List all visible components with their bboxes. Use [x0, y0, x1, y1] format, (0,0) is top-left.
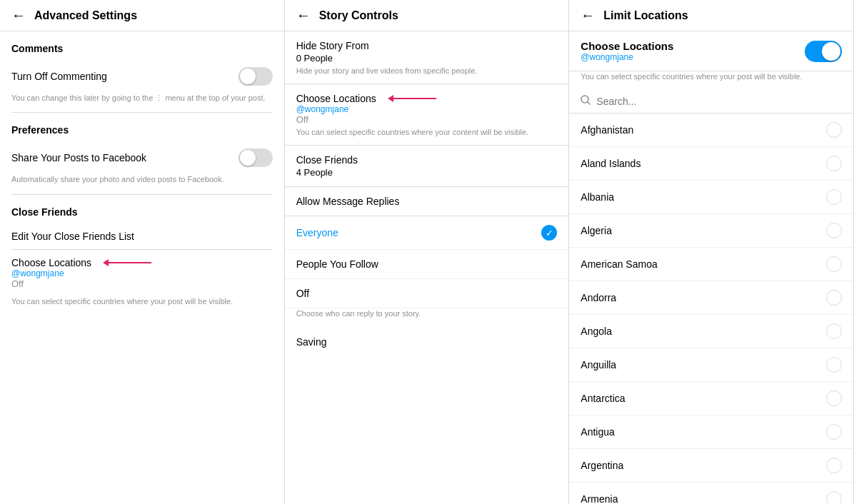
country-name: Afghanistan — [581, 124, 633, 136]
reply-option-follow[interactable]: People You Follow — [285, 250, 569, 279]
country-name: Aland Islands — [581, 158, 640, 169]
search-input[interactable] — [596, 96, 842, 107]
reply-option-everyone[interactable]: Everyone ✓ — [285, 216, 569, 250]
choose-locations-title-p2: Choose Locations — [296, 93, 558, 104]
limit-locations-desc: You can select specific countries where … — [569, 71, 853, 89]
edit-close-friends-label: Edit Your Close Friends List — [11, 231, 134, 242]
advanced-settings-title: Advanced Settings — [34, 9, 137, 22]
country-name: Argentina — [581, 460, 623, 471]
close-friends-title-p2: Close Friends — [296, 154, 558, 166]
choose-locations-subtitle-p2: @wongmjane — [296, 104, 558, 114]
edit-close-friends-row[interactable]: Edit Your Close Friends List — [0, 223, 284, 249]
country-name: Angola — [581, 326, 612, 337]
country-radio[interactable] — [826, 424, 842, 440]
hide-story-title: Hide Story From — [296, 40, 558, 51]
search-icon — [581, 95, 591, 107]
country-row[interactable]: Albania — [569, 181, 853, 214]
country-name: Andorra — [581, 292, 616, 303]
limit-locations-panel: ← Limit Locations Choose Locations @wong… — [569, 0, 854, 504]
close-friends-section-header: Close Friends — [0, 195, 284, 223]
country-radio[interactable] — [826, 390, 842, 406]
country-radio[interactable] — [826, 458, 842, 473]
hide-story-desc: Hide your story and live videos from spe… — [296, 66, 558, 75]
choose-locations-desc-p2: You can select specific countries where … — [296, 128, 558, 136]
country-row[interactable]: Anguilla — [569, 348, 853, 382]
country-row[interactable]: Angola — [569, 315, 853, 348]
preferences-description: Automatically share your photo and video… — [0, 174, 284, 193]
story-controls-panel: ← Story Controls Hide Story From 0 Peopl… — [285, 0, 570, 504]
reply-option-everyone-label: Everyone — [296, 227, 338, 238]
reply-option-off[interactable]: Off — [285, 279, 569, 308]
share-facebook-toggle[interactable] — [238, 148, 273, 167]
country-radio[interactable] — [826, 189, 842, 205]
limit-locations-header: ← Limit Locations — [569, 0, 853, 31]
country-name: Armenia — [581, 493, 618, 504]
country-row[interactable]: Argentina — [569, 449, 853, 483]
close-friends-row-p2[interactable]: Close Friends 4 People — [285, 146, 569, 187]
choose-locations-value-p2: Off — [296, 114, 558, 125]
reply-option-follow-label: People You Follow — [296, 258, 378, 270]
advanced-settings-header: ← Advanced Settings — [0, 0, 284, 31]
country-row[interactable]: Andorra — [569, 281, 853, 315]
preferences-section-header: Preferences — [0, 113, 284, 141]
turn-off-commenting-toggle[interactable] — [238, 67, 273, 86]
everyone-check-icon: ✓ — [541, 225, 557, 241]
country-radio[interactable] — [826, 491, 842, 504]
share-facebook-row: Share Your Posts to Facebook — [0, 141, 284, 174]
country-row[interactable]: Aland Islands — [569, 147, 853, 181]
country-list: Afghanistan Aland Islands Albania Algeri… — [569, 114, 853, 504]
country-row[interactable]: Armenia — [569, 483, 853, 504]
country-radio[interactable] — [826, 256, 842, 272]
back-icon[interactable]: ← — [11, 7, 26, 24]
advanced-settings-panel: ← Advanced Settings Comments Turn Off Co… — [0, 0, 285, 504]
choose-locations-row-p2[interactable]: Choose Locations @wongmjane Off You can … — [285, 84, 569, 146]
choose-locations-value-p1: Off — [11, 278, 273, 289]
allow-replies-desc: Choose who can reply to your story. — [285, 308, 569, 328]
search-container — [569, 89, 853, 114]
story-controls-header: ← Story Controls — [285, 0, 569, 31]
country-row[interactable]: Antigua — [569, 415, 853, 449]
hide-story-value: 0 People — [296, 53, 558, 64]
turn-off-commenting-row: Turn Off Commenting — [0, 60, 284, 93]
allow-replies-header-row: Allow Message Replies — [285, 187, 569, 216]
country-radio[interactable] — [826, 323, 842, 339]
country-row[interactable]: Algeria — [569, 214, 853, 248]
choose-locations-desc-p1: You can select specific countries where … — [0, 296, 284, 316]
country-row[interactable]: Antarctica — [569, 382, 853, 415]
country-radio[interactable] — [826, 223, 842, 238]
back-icon-p2[interactable]: ← — [296, 7, 311, 24]
back-icon-p3[interactable]: ← — [581, 7, 595, 24]
country-name: Antigua — [581, 426, 614, 438]
limit-choose-locations-sub: @wongmjane — [581, 52, 673, 62]
country-radio[interactable] — [826, 122, 842, 138]
country-row[interactable]: American Samoa — [569, 248, 853, 281]
country-row[interactable]: Afghanistan — [569, 114, 853, 147]
choose-locations-row-p1[interactable]: Choose Locations @wongmjane Off — [0, 250, 284, 296]
arrow-annotation-p2 — [388, 95, 436, 102]
reply-option-off-label: Off — [296, 288, 309, 299]
country-name: Anguilla — [581, 359, 616, 371]
saving-title: Saving — [296, 336, 558, 348]
svg-line-1 — [588, 102, 590, 104]
saving-row[interactable]: Saving — [285, 328, 569, 356]
choose-locations-title-p1: Choose Locations — [11, 257, 273, 268]
arrow-annotation-p1 — [103, 259, 151, 266]
country-name: Antarctica — [581, 393, 625, 404]
allow-replies-title: Allow Message Replies — [296, 196, 558, 207]
limit-locations-toggle[interactable] — [805, 41, 842, 62]
country-name: Algeria — [581, 225, 612, 236]
country-radio[interactable] — [826, 357, 842, 373]
limit-locations-title: Limit Locations — [603, 9, 688, 22]
choose-locations-subtitle-p1: @wongmjane — [11, 268, 273, 278]
limit-choose-locations-title: Choose Locations — [581, 40, 673, 52]
limit-toggle-knob — [822, 42, 840, 61]
turn-off-commenting-label: Turn Off Commenting — [11, 71, 107, 82]
hide-story-row[interactable]: Hide Story From 0 People Hide your story… — [285, 31, 569, 84]
limit-header-left: Choose Locations @wongmjane — [581, 40, 673, 62]
country-radio[interactable] — [826, 156, 842, 171]
story-controls-title: Story Controls — [319, 9, 398, 22]
share-facebook-label: Share Your Posts to Facebook — [11, 152, 146, 163]
comments-section-header: Comments — [0, 31, 284, 60]
country-radio[interactable] — [826, 290, 842, 306]
country-name: Albania — [581, 191, 614, 203]
